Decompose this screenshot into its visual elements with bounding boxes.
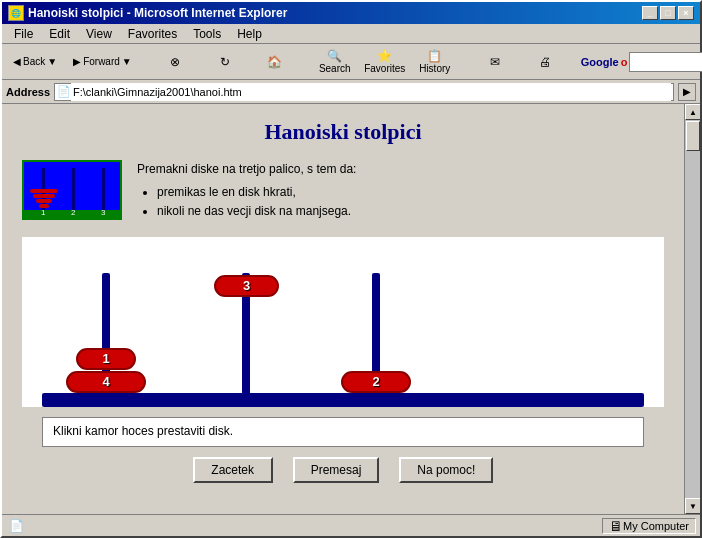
status-message: Klikni kamor hoces prestaviti disk. bbox=[53, 424, 233, 438]
intro-text: Premakni diske na tretjo palico, s tem d… bbox=[137, 160, 356, 179]
favorites-button[interactable]: ⭐ Favorites bbox=[361, 46, 409, 78]
rules-list: premikas le en disk hkrati, nikoli ne da… bbox=[157, 183, 356, 221]
print-icon: 🖨 bbox=[536, 55, 554, 69]
google-o1: o bbox=[621, 56, 628, 68]
hanoi-thumbnail: 1 2 3 bbox=[22, 160, 122, 220]
history-button[interactable]: 📋 History bbox=[411, 46, 459, 78]
back-label: Back bbox=[23, 56, 45, 67]
ie-icon: 🌐 bbox=[8, 5, 24, 21]
forward-dropdown-icon: ▼ bbox=[122, 56, 132, 67]
scroll-track[interactable] bbox=[685, 120, 700, 498]
search-label: Search bbox=[319, 63, 351, 74]
thumb-disk-1 bbox=[30, 189, 58, 193]
computer-icon: 🖥 bbox=[609, 518, 623, 534]
menu-view[interactable]: View bbox=[78, 25, 120, 43]
disk-2[interactable]: 2 bbox=[341, 371, 411, 393]
zone-indicator: 🖥 My Computer bbox=[602, 518, 696, 534]
disk-2-label: 2 bbox=[372, 374, 379, 389]
menu-edit[interactable]: Edit bbox=[41, 25, 78, 43]
scrollbar-right[interactable]: ▲ ▼ bbox=[684, 104, 700, 514]
disk-1-label: 1 bbox=[102, 351, 109, 366]
back-button[interactable]: ◀ Back ▼ bbox=[6, 48, 64, 76]
close-button[interactable]: × bbox=[678, 6, 694, 20]
history-icon: 📋 bbox=[426, 49, 444, 63]
thumb-disk-3 bbox=[36, 199, 52, 203]
intro-section: 1 2 3 Premakni diske na tretjo palico, s… bbox=[22, 160, 664, 222]
disk-4-label: 4 bbox=[102, 374, 109, 389]
stop-button[interactable]: ⊗ bbox=[151, 46, 199, 78]
thumb-label-2: 2 bbox=[71, 208, 75, 217]
address-label: Address bbox=[6, 86, 50, 98]
scroll-area: Hanoiski stolpici bbox=[2, 104, 684, 514]
history-label: History bbox=[419, 63, 450, 74]
search-icon: 🔍 bbox=[326, 49, 344, 63]
scroll-thumb[interactable] bbox=[686, 121, 700, 151]
print-button[interactable]: 🖨 bbox=[521, 46, 569, 78]
disk-1[interactable]: 1 bbox=[76, 348, 136, 370]
toolbar: ◀ Back ▼ ▶ Forward ▼ ⊗ ↻ 🏠 🔍 Search ⭐ Fa… bbox=[2, 44, 700, 80]
thumb-disks-container bbox=[30, 189, 58, 209]
address-go-button[interactable]: ▶ bbox=[678, 83, 696, 101]
favorites-label: Favorites bbox=[364, 63, 405, 74]
window-frame: 🌐 Hanoiski stolpici - Microsoft Internet… bbox=[0, 0, 702, 538]
status-bar: 📄 🖥 My Computer bbox=[2, 514, 700, 536]
shuffle-button[interactable]: Premesaj bbox=[293, 457, 380, 483]
platform bbox=[42, 393, 644, 407]
mail-icon: ✉ bbox=[486, 55, 504, 69]
forward-button[interactable]: ▶ Forward ▼ bbox=[66, 48, 139, 76]
title-bar-buttons: _ □ × bbox=[642, 6, 694, 20]
favorites-icon: ⭐ bbox=[376, 49, 394, 63]
buttons-row: Zacetek Premesaj Na pomoc! bbox=[22, 457, 664, 483]
search-button[interactable]: 🔍 Search bbox=[311, 46, 359, 78]
thumb-disk-2 bbox=[33, 194, 55, 198]
google-input[interactable] bbox=[629, 52, 702, 72]
thumb-peg-2 bbox=[72, 168, 75, 210]
thumb-label-1: 1 bbox=[41, 208, 45, 217]
menu-help[interactable]: Help bbox=[229, 25, 270, 43]
menu-tools[interactable]: Tools bbox=[185, 25, 229, 43]
back-dropdown-icon: ▼ bbox=[47, 56, 57, 67]
home-icon: 🏠 bbox=[266, 55, 284, 69]
mail-button[interactable]: ✉ bbox=[471, 46, 519, 78]
status-bar-icon: 📄 bbox=[6, 516, 26, 536]
rule-1: premikas le en disk hkrati, bbox=[157, 183, 356, 202]
help-button[interactable]: Na pomoc! bbox=[399, 457, 493, 483]
menu-file[interactable]: File bbox=[6, 25, 41, 43]
zone-label: My Computer bbox=[623, 520, 689, 532]
refresh-button[interactable]: ↻ bbox=[201, 46, 249, 78]
status-message-box: Klikni kamor hoces prestaviti disk. bbox=[42, 417, 644, 447]
forward-arrow-icon: ▶ bbox=[73, 56, 81, 67]
disk-4[interactable]: 4 bbox=[66, 371, 146, 393]
address-bar: Address 📄 ▶ bbox=[2, 80, 700, 104]
page-title: Hanoiski stolpici bbox=[22, 119, 664, 145]
game-area[interactable]: 4 1 2 3 bbox=[22, 237, 664, 407]
stop-icon: ⊗ bbox=[166, 55, 184, 69]
status-bar-right: 🖥 My Computer bbox=[602, 518, 696, 534]
rule-2: nikoli ne das vecji disk na manjsega. bbox=[157, 202, 356, 221]
forward-label: Forward bbox=[83, 56, 120, 67]
start-button[interactable]: Zacetek bbox=[193, 457, 273, 483]
menu-bar: File Edit View Favorites Tools Help bbox=[2, 24, 700, 44]
home-button[interactable]: 🏠 bbox=[251, 46, 299, 78]
instructions: Premakni diske na tretjo palico, s tem d… bbox=[137, 160, 356, 222]
scroll-up-button[interactable]: ▲ bbox=[685, 104, 700, 120]
scroll-down-button[interactable]: ▼ bbox=[685, 498, 700, 514]
address-input[interactable] bbox=[71, 83, 671, 101]
disk-3-label: 3 bbox=[243, 278, 250, 293]
minimize-button[interactable]: _ bbox=[642, 6, 658, 20]
thumb-label-3: 3 bbox=[101, 208, 105, 217]
title-bar: 🌐 Hanoiski stolpici - Microsoft Internet… bbox=[2, 2, 700, 24]
google-search-box: Google o ▼ bbox=[581, 52, 702, 72]
thumb-peg-3 bbox=[102, 168, 105, 210]
maximize-button[interactable]: □ bbox=[660, 6, 676, 20]
title-bar-left: 🌐 Hanoiski stolpici - Microsoft Internet… bbox=[8, 5, 287, 21]
google-label: Google bbox=[581, 56, 619, 68]
content-with-scroll: Hanoiski stolpici bbox=[2, 104, 700, 514]
window-title: Hanoiski stolpici - Microsoft Internet E… bbox=[28, 6, 287, 20]
address-field-wrapper: 📄 bbox=[54, 83, 674, 101]
menu-favorites[interactable]: Favorites bbox=[120, 25, 185, 43]
address-page-icon: 📄 bbox=[57, 85, 71, 98]
back-arrow-icon: ◀ bbox=[13, 56, 21, 67]
disk-3[interactable]: 3 bbox=[214, 275, 279, 297]
page-icon: 📄 bbox=[9, 519, 24, 533]
